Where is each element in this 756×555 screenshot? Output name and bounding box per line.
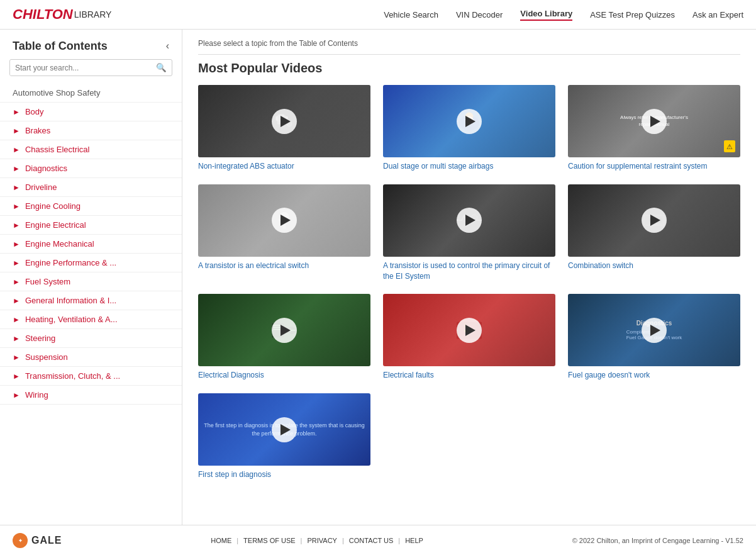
video-thumbnail-8 (383, 294, 555, 366)
sidebar: Table of Contents ‹ 🔍 Automotive Shop Sa… (0, 30, 182, 525)
nav-video-library[interactable]: Video Library (520, 9, 572, 21)
toc-item-wiring[interactable]: ► Wiring (0, 386, 182, 405)
video-card-7[interactable]: Electrical Diagnosis (198, 294, 370, 381)
play-button-3[interactable] (642, 109, 667, 134)
nav-ase-quizzes[interactable]: ASE Test Prep Quizzes (590, 10, 675, 20)
gale-logo: ✦ GALE (13, 533, 62, 548)
footer-link-terms[interactable]: TERMS OF USE (238, 537, 301, 544)
video-title-1: Non-integrated ABS actuator (198, 161, 370, 172)
gale-icon: ✦ (13, 533, 28, 548)
toc-item-engine-mechanical[interactable]: ► Engine Mechanical (0, 235, 182, 254)
toc-item-label: Diagnostics (25, 164, 67, 173)
toc-item-hvac[interactable]: ► Heating, Ventilation & A... (0, 310, 182, 329)
toc-search-button[interactable]: 🔍 (151, 60, 172, 76)
toc-item-diagnostics[interactable]: ► Diagnostics (0, 159, 182, 178)
toc-search-input[interactable] (10, 60, 151, 76)
chevron-right-icon: ► (13, 164, 20, 173)
toc-item-label: Engine Cooling (25, 201, 81, 211)
video-title-5: A transistor is used to control the prim… (383, 261, 555, 282)
sidebar-title: Table of Contents (13, 40, 108, 53)
play-button-9[interactable] (642, 318, 667, 343)
toc-item-label: Driveline (25, 182, 57, 192)
toc-item-fuel-system[interactable]: ► Fuel System (0, 272, 182, 291)
chevron-right-icon: ► (13, 372, 20, 381)
toc-item-label: Body (25, 107, 44, 116)
chevron-right-icon: ► (13, 202, 20, 211)
chevron-right-icon: ► (13, 334, 20, 343)
toc-item-body[interactable]: ► Body (0, 103, 182, 121)
nav-vin-decoder[interactable]: VIN Decoder (456, 10, 503, 20)
main-nav: Vehicle Search VIN Decoder Video Library… (384, 9, 743, 21)
chevron-right-icon: ► (13, 259, 20, 267)
toc-item-label: Fuel System (25, 277, 70, 286)
toc-item-label: Heating, Ventilation & A... (25, 315, 118, 324)
chevron-right-icon: ► (13, 391, 20, 400)
video-card-10[interactable]: The first step in diagnosis is to isolat… (198, 393, 370, 480)
footer-link-home[interactable]: HOME (206, 537, 236, 544)
chevron-right-icon: ► (13, 240, 20, 249)
video-thumbnail-7 (198, 294, 370, 366)
toc-item-transmission[interactable]: ► Transmission, Clutch, & ... (0, 367, 182, 386)
toc-item-engine-cooling[interactable]: ► Engine Cooling (0, 197, 182, 216)
toc-item-label: Wiring (25, 390, 48, 400)
toc-item-general-info[interactable]: ► General Information & I... (0, 291, 182, 310)
chevron-right-icon: ► (13, 278, 20, 286)
toc-item-driveline[interactable]: ► Driveline (0, 178, 182, 197)
chevron-right-icon: ► (13, 183, 20, 192)
chevron-right-icon: ► (13, 126, 20, 135)
nav-vehicle-search[interactable]: Vehicle Search (384, 10, 438, 20)
chevron-right-icon: ► (13, 353, 20, 362)
toc-item-label: Engine Electrical (25, 220, 86, 230)
play-triangle-icon (281, 424, 291, 435)
video-card-3[interactable]: Always refer to manufacturer'srepair man… (568, 85, 740, 172)
video-card-5[interactable]: A transistor is used to control the prim… (383, 184, 555, 282)
video-card-2[interactable]: Dual stage or multi stage airbags (383, 85, 555, 172)
play-button-7[interactable] (272, 318, 297, 343)
toc-item-suspension[interactable]: ► Suspension (0, 348, 182, 367)
video-thumbnail-5 (383, 184, 555, 257)
play-button-2[interactable] (457, 109, 482, 134)
nav-ask-expert[interactable]: Ask an Expert (692, 10, 743, 20)
video-title-7: Electrical Diagnosis (198, 370, 370, 381)
chevron-right-icon: ► (13, 315, 20, 324)
logo-library-text: LIBRARY (74, 9, 112, 20)
video-card-8[interactable]: Electrical faults (383, 294, 555, 381)
video-title-8: Electrical faults (383, 370, 555, 381)
toc-item-engine-electrical[interactable]: ► Engine Electrical (0, 216, 182, 235)
toc-item-brakes[interactable]: ► Brakes (0, 121, 182, 140)
video-thumbnail-4 (198, 184, 370, 257)
chevron-right-icon: ► (13, 145, 20, 154)
play-button-1[interactable] (272, 109, 297, 134)
main-content: Please select a topic from the Table of … (182, 30, 756, 525)
play-button-8[interactable] (457, 318, 482, 343)
play-button-10[interactable] (272, 417, 297, 442)
logo-chilton-text: CHILTON (13, 6, 73, 23)
video-title-6: Combination switch (568, 261, 740, 271)
toc-search-box: 🔍 (9, 59, 172, 76)
toc-item-label: Chassis Electrical (25, 145, 90, 154)
video-grid: Non-integrated ABS actuator (198, 85, 740, 480)
footer-link-help[interactable]: HELP (400, 537, 428, 544)
search-icon: 🔍 (156, 63, 167, 72)
video-card-4[interactable]: A transistor is an electrical switch (198, 184, 370, 282)
section-title: Most Popular Videos (198, 61, 740, 76)
video-card-1[interactable]: Non-integrated ABS actuator (198, 85, 370, 172)
footer-link-contact[interactable]: CONTACT US (344, 537, 399, 544)
toc-item-label: Brakes (25, 126, 50, 135)
toc-item-label: Engine Mechanical (25, 239, 94, 249)
play-triangle-icon (465, 116, 475, 127)
toc-item-engine-performance[interactable]: ► Engine Performance & ... (0, 254, 182, 272)
collapse-sidebar-button[interactable]: ‹ (163, 39, 172, 53)
video-thumbnail-6 (568, 184, 740, 257)
toc-item-steering[interactable]: ► Steering (0, 329, 182, 348)
video-card-6[interactable]: Combination switch (568, 184, 740, 282)
toc-item-shop-safety[interactable]: Automotive Shop Safety (0, 84, 182, 103)
chevron-right-icon: ► (13, 296, 20, 305)
video-title-3: Caution for supplemental restraint syste… (568, 161, 740, 172)
footer: ✦ GALE HOME | TERMS OF USE | PRIVACY | C… (0, 525, 756, 555)
video-card-9[interactable]: Diagnostics Complaint:Fuel Gauge doesn't… (568, 294, 740, 381)
chevron-right-icon: ► (13, 108, 20, 116)
toc-item-chassis-electrical[interactable]: ► Chassis Electrical (0, 140, 182, 159)
footer-link-privacy[interactable]: PRIVACY (302, 537, 342, 544)
breadcrumb: Please select a topic from the Table of … (198, 39, 740, 55)
